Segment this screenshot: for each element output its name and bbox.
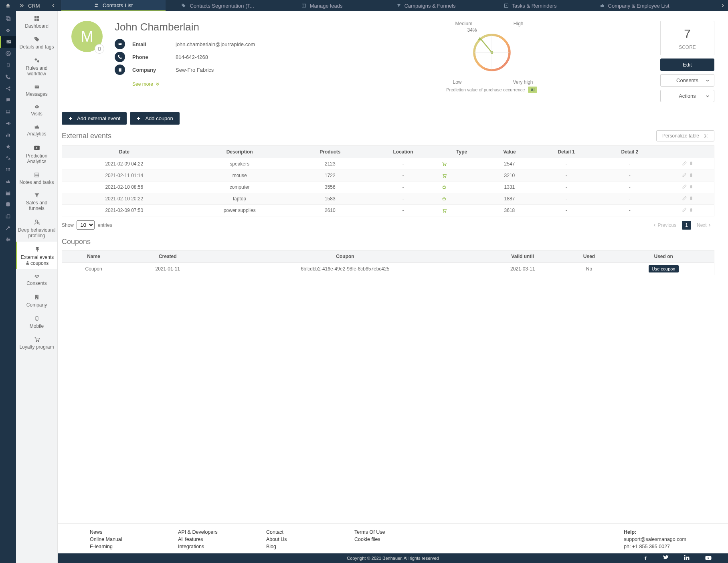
rail-wrench-icon[interactable] [0, 222, 16, 234]
twitter-icon[interactable] [662, 554, 669, 560]
module-selector[interactable]: CRM [16, 0, 46, 11]
check-square-icon [504, 3, 509, 8]
rail-grid-icon[interactable] [0, 164, 16, 176]
tag-icon [18, 36, 56, 42]
footer-link[interactable]: Cookie files [354, 537, 411, 542]
home-icon[interactable] [0, 0, 16, 11]
pager-page-1[interactable]: 1 [682, 221, 691, 230]
sidebar: Dashboard Details and tags Rules and wor… [16, 11, 58, 563]
rail-database-icon[interactable] [0, 199, 16, 210]
svg-rect-52 [35, 173, 39, 177]
footer-link[interactable]: E-learning [90, 544, 146, 549]
rail-at-icon[interactable] [0, 48, 16, 59]
trash-icon[interactable] [689, 207, 694, 212]
svg-point-16 [8, 66, 8, 67]
footer-link[interactable]: All features [178, 537, 234, 542]
list-icon [301, 3, 307, 8]
sidebar-item-prediction[interactable]: AIPrediction Analytics [16, 140, 57, 168]
sidebar-item-analytics[interactable]: Analytics [16, 120, 57, 140]
rail-gears-icon[interactable] [0, 152, 16, 164]
sidebar-item-loyalty[interactable]: Loyalty program [16, 332, 57, 353]
footer-link[interactable]: Contact [266, 529, 322, 535]
rail-megaphone-icon[interactable] [0, 117, 16, 129]
plus-icon [68, 116, 73, 121]
see-more-link[interactable]: See more [132, 81, 160, 87]
edit-button[interactable]: Edit [660, 59, 714, 71]
avatar: M [71, 21, 103, 52]
svg-point-77 [705, 135, 706, 136]
gears-icon [18, 57, 56, 64]
svg-point-83 [445, 212, 446, 212]
rail-files-icon[interactable] [0, 210, 16, 222]
sidebar-item-details[interactable]: Details and tags [16, 32, 57, 53]
rail-bar-chart-icon[interactable] [0, 129, 16, 141]
footer-link[interactable]: Integrations [178, 544, 234, 549]
rail-id-card-icon[interactable] [0, 36, 16, 48]
rail-eye-icon[interactable] [0, 24, 16, 36]
svg-rect-69 [119, 69, 119, 69]
linkedin-icon[interactable] [684, 554, 690, 561]
use-coupon-button[interactable]: Use coupon [649, 265, 679, 272]
trash-icon[interactable] [689, 172, 694, 178]
edit-icon[interactable] [682, 207, 687, 212]
facebook-icon[interactable] [643, 554, 647, 561]
rail-area-chart-icon[interactable] [0, 176, 16, 187]
pager-prev[interactable]: Previous [650, 221, 679, 230]
tab-segmentation[interactable]: Contacts Segmentation (T... [166, 0, 270, 11]
rail-calendar-icon[interactable] [0, 187, 16, 199]
rail-phone-icon[interactable] [0, 71, 16, 83]
edit-icon[interactable] [682, 196, 687, 201]
sidebar-item-visits[interactable]: Visits [16, 100, 57, 120]
footer-link[interactable]: About Us [266, 537, 322, 542]
tab-contacts-list[interactable]: Contacts List [61, 0, 166, 11]
svg-rect-68 [119, 68, 121, 71]
footer-link[interactable]: Blog [266, 544, 322, 549]
edit-icon[interactable] [682, 184, 687, 189]
rail-sliders-icon[interactable] [0, 234, 16, 245]
sidebar-item-notes[interactable]: Notes and tasks [16, 168, 57, 188]
tab-company-employees[interactable]: Company & Employee List [582, 0, 687, 11]
sidebar-item-sales[interactable]: Sales and funnels [16, 188, 57, 215]
sidebar-item-mobile[interactable]: Mobile [16, 311, 57, 332]
add-external-event-button[interactable]: Add external event [62, 112, 127, 125]
page-size-select[interactable]: 10 [77, 220, 95, 230]
footer-link[interactable]: Online Manual [90, 537, 146, 542]
rail-share-icon[interactable] [0, 83, 16, 94]
trash-icon[interactable] [689, 184, 694, 189]
score-value: 7 [661, 27, 714, 40]
edit-icon[interactable] [682, 161, 687, 166]
tab-back-button[interactable] [46, 0, 61, 11]
sidebar-item-messages[interactable]: Messages [16, 80, 57, 100]
tab-campaigns[interactable]: Campaigns & Funnels [374, 0, 478, 11]
youtube-icon[interactable] [705, 554, 712, 561]
personalize-table-button[interactable]: Personalize table [656, 130, 714, 141]
rail-mobile-icon[interactable] [0, 59, 16, 71]
footer-link[interactable]: API & Developers [178, 529, 234, 535]
rail-laptop-icon[interactable] [0, 106, 16, 117]
trash-icon[interactable] [689, 161, 694, 166]
footer-link[interactable]: Terms Of Use [354, 529, 411, 535]
actions-dropdown[interactable]: Actions [660, 90, 714, 102]
consents-dropdown[interactable]: Consents [660, 74, 714, 87]
table-row: Coupon2021-01-116bfcdbb2-416e-49e2-98fe-… [62, 263, 714, 275]
svg-rect-21 [6, 135, 7, 137]
score-column: 7 SCORE Edit Consents Actions [660, 21, 714, 102]
footer-link[interactable]: News [90, 529, 146, 535]
rail-copy-icon[interactable] [0, 13, 16, 24]
rail-star-icon[interactable] [0, 141, 16, 152]
tab-tasks[interactable]: Tasks & Reminders [478, 0, 582, 11]
sidebar-item-rules[interactable]: Rules and workflow [16, 53, 57, 80]
add-coupon-button[interactable]: Add coupon [130, 112, 179, 125]
sidebar-item-dashboard[interactable]: Dashboard [16, 11, 57, 32]
trash-icon[interactable] [689, 196, 694, 201]
sidebar-item-external-events[interactable]: External events & coupons [16, 242, 57, 269]
tab-forward-button[interactable] [718, 0, 728, 11]
sidebar-item-consents[interactable]: Consents [16, 269, 57, 289]
pager-next[interactable]: Next [694, 221, 714, 230]
sidebar-item-deep-profiling[interactable]: Deep behavioural profiling [16, 215, 57, 242]
table-row: 2021-02-10 08:56computer3556-1331-- [62, 182, 714, 193]
edit-icon[interactable] [682, 172, 687, 178]
sidebar-item-company[interactable]: Company [16, 290, 57, 311]
rail-comment-icon[interactable] [0, 94, 16, 106]
tab-manage-leads[interactable]: Manage leads [270, 0, 374, 11]
